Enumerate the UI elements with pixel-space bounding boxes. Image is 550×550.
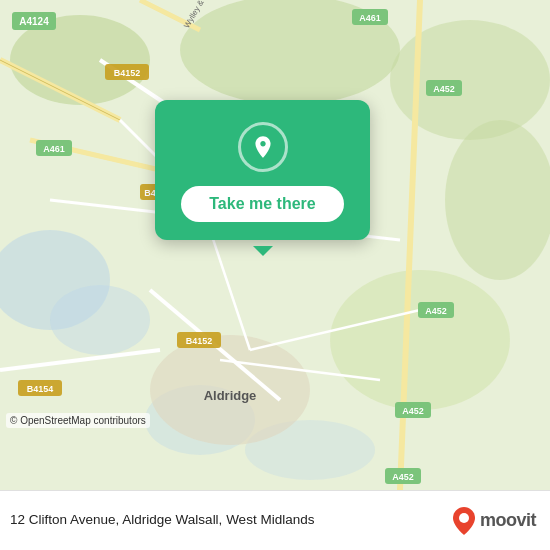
take-me-there-button[interactable]: Take me there xyxy=(181,186,343,222)
svg-text:A461: A461 xyxy=(359,13,381,23)
address-text: 12 Clifton Avenue, Aldridge Walsall, Wes… xyxy=(10,511,443,529)
svg-text:B4152: B4152 xyxy=(114,68,141,78)
svg-point-49 xyxy=(459,513,469,523)
svg-text:B4152: B4152 xyxy=(186,336,213,346)
popup-card: Take me there xyxy=(155,100,370,240)
svg-point-5 xyxy=(330,270,510,410)
moovit-text: moovit xyxy=(480,510,536,531)
svg-point-4 xyxy=(445,120,550,280)
svg-text:A452: A452 xyxy=(433,84,455,94)
moovit-pin-icon xyxy=(453,507,475,535)
location-icon-container xyxy=(238,122,288,172)
svg-point-7 xyxy=(50,285,150,355)
svg-text:A4124: A4124 xyxy=(19,16,49,27)
svg-text:B4154: B4154 xyxy=(27,384,54,394)
osm-credit: © OpenStreetMap contributors xyxy=(6,413,150,428)
map-area: A4124 A461 B4152 A452 A461 B4 B4152 A452… xyxy=(0,0,550,490)
location-pin-icon xyxy=(250,134,276,160)
moovit-logo: moovit xyxy=(453,507,536,535)
svg-text:A452: A452 xyxy=(425,306,447,316)
footer-bar: 12 Clifton Avenue, Aldridge Walsall, Wes… xyxy=(0,490,550,550)
svg-text:A452: A452 xyxy=(392,472,414,482)
svg-text:Aldridge: Aldridge xyxy=(204,388,257,403)
svg-text:A452: A452 xyxy=(402,406,424,416)
svg-text:A461: A461 xyxy=(43,144,65,154)
